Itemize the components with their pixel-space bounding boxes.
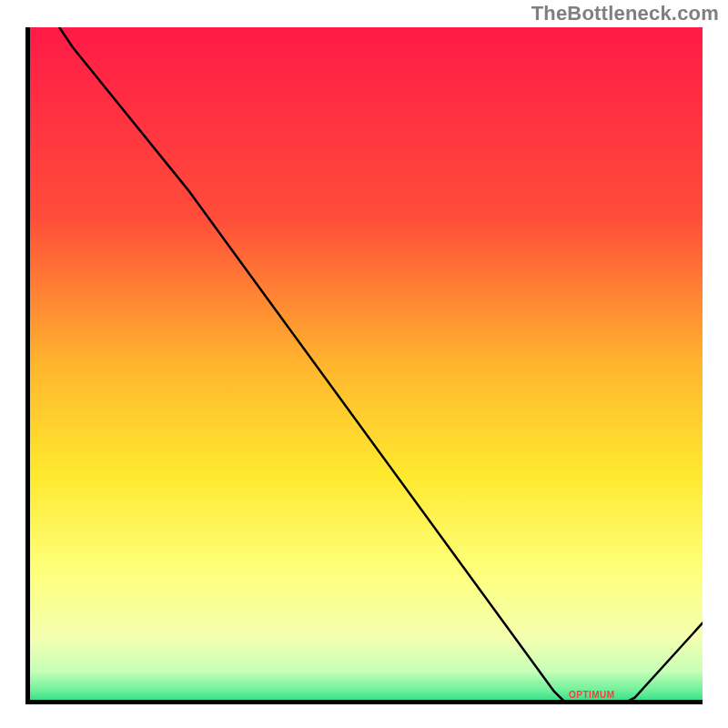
bottleneck-curve (25, 27, 703, 704)
optimum-annotation: OPTIMUM (569, 690, 615, 700)
x-axis (25, 700, 703, 704)
plot-area: OPTIMUM (25, 27, 703, 704)
chart-container: TheBottleneck.com OPTIMUM (0, 0, 728, 728)
plot-frame: OPTIMUM (25, 27, 703, 704)
y-axis (25, 27, 30, 704)
watermark-text: TheBottleneck.com (531, 2, 719, 25)
